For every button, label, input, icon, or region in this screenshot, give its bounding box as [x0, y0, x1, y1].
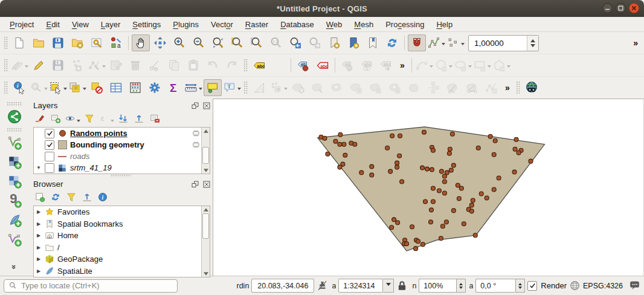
layer-visibility-checkbox[interactable] [45, 163, 54, 173]
vertex-tool-button[interactable] [88, 57, 106, 74]
open-project-button[interactable] [30, 34, 48, 51]
expand-icon[interactable]: ▶ [36, 256, 42, 262]
merge-features-button[interactable] [482, 79, 500, 96]
menu-mesh[interactable]: Mesh [348, 18, 379, 31]
expand-icon[interactable]: ▶ [36, 268, 42, 274]
close-button[interactable] [629, 3, 639, 13]
manage-map-themes-button[interactable] [65, 113, 80, 126]
layer-item[interactable]: Bounding geometry [34, 139, 210, 151]
minimize-button[interactable] [602, 3, 613, 13]
menu-view[interactable]: View [66, 18, 95, 31]
dropdown-caret-icon[interactable] [284, 88, 288, 92]
measure-button[interactable] [184, 79, 202, 96]
zoom-to-layer-button[interactable] [248, 34, 266, 51]
filter-legend-button[interactable] [83, 113, 96, 126]
pin-unpin-labels-button[interactable]: ab [294, 57, 312, 74]
memory-layer-indicator-icon[interactable] [191, 140, 201, 150]
render-checkbox[interactable]: Render [527, 281, 567, 291]
layer-item[interactable]: ▼srtm_41_19 [34, 162, 210, 173]
new-oracle-layer-button[interactable]: 9 [5, 192, 24, 209]
move-feature-button[interactable] [269, 79, 288, 96]
open-layer-styling-button[interactable] [33, 113, 47, 126]
browser-properties-button[interactable]: i [96, 192, 109, 205]
expand-icon[interactable]: ▶ [36, 233, 42, 238]
refresh-browser-button[interactable] [49, 192, 62, 205]
filter-by-expression-button[interactable]: ε [98, 113, 114, 126]
toolbar-handle[interactable] [516, 81, 520, 94]
browser-undock-button[interactable] [190, 180, 199, 188]
add-point-feature-button[interactable] [68, 57, 86, 74]
map-canvas[interactable] [213, 99, 644, 276]
expand-icon[interactable]: ▶ [36, 221, 42, 227]
rotation-spin-buttons[interactable] [515, 279, 525, 293]
remove-layer-button[interactable] [148, 113, 161, 126]
toolbar-overflow-button[interactable]: » [396, 60, 409, 70]
dropdown-caret-icon[interactable] [449, 65, 452, 70]
dropdown-caret-icon[interactable] [237, 88, 241, 92]
filter-browser-button[interactable] [65, 192, 78, 205]
menu-help[interactable]: Help [430, 18, 459, 31]
toggle-editing-button[interactable] [30, 57, 48, 74]
reshape-features-button[interactable] [405, 79, 423, 96]
expand-icon[interactable]: ▶ [36, 245, 42, 250]
crs-status[interactable]: EPSG:4326 [583, 282, 623, 290]
browser-close-button[interactable] [202, 180, 211, 188]
layout-manager-button[interactable] [68, 34, 86, 51]
browser-item-geopackage[interactable]: ▶GeoPackage [34, 253, 210, 265]
new-mssql-layer-button[interactable] [5, 173, 24, 190]
simplify-feature-button[interactable] [308, 79, 326, 96]
add-part-button[interactable] [347, 79, 365, 96]
locator-search-input[interactable]: Type to locate (Ctrl+K) [4, 279, 178, 293]
zoom-out-button[interactable] [190, 34, 208, 51]
scroll-up-icon[interactable] [202, 128, 210, 134]
delete-selected-button[interactable] [126, 57, 144, 74]
show-statistics-button[interactable]: Σ [165, 79, 183, 96]
menu-edit[interactable]: Edit [40, 18, 65, 31]
dropdown-caret-icon[interactable] [468, 65, 472, 70]
zoom-next-button[interactable] [306, 34, 324, 51]
coordinate-box[interactable]: 20.083,-34.046 [251, 279, 314, 293]
toolbar-handle[interactable] [4, 36, 8, 50]
snapping-tolerance-spin-buttons[interactable] [527, 36, 538, 51]
new-geopackage-layer-button[interactable] [5, 154, 24, 170]
dropdown-caret-icon[interactable] [461, 43, 465, 47]
dropdown-caret-icon[interactable] [430, 65, 433, 70]
paste-features-button[interactable] [184, 57, 202, 74]
zoom-to-selection-button[interactable] [228, 34, 246, 51]
collapse-all-button[interactable] [132, 113, 146, 126]
toolbar-overflow-button[interactable]: » [501, 83, 514, 92]
layer-item[interactable]: roads [34, 151, 210, 162]
dropdown-caret-icon[interactable] [442, 43, 445, 47]
layer-item[interactable]: Random points [34, 128, 210, 139]
toolbar-handle[interactable] [4, 59, 8, 72]
refresh-map-button[interactable] [383, 34, 401, 51]
deselect-features-button[interactable] [88, 79, 106, 96]
layer-diagram-options-button[interactable] [269, 57, 288, 74]
lock-scale-icon[interactable] [396, 280, 408, 291]
snapping-type-button[interactable] [446, 34, 465, 51]
dock-toolbar-handle[interactable] [7, 102, 22, 106]
scrollbar-thumb[interactable] [202, 147, 209, 164]
save-project-button[interactable] [49, 34, 67, 51]
add-circle-button[interactable] [434, 57, 452, 74]
offset-curve-button[interactable] [424, 79, 442, 96]
scroll-down-icon[interactable] [202, 167, 210, 173]
identify-features-button[interactable]: i [10, 79, 28, 96]
enable-snapping-button[interactable] [408, 34, 426, 51]
highlight-pinned-labels-button[interactable]: abc [314, 57, 332, 74]
open-data-source-manager-button[interactable] [5, 108, 24, 125]
dropdown-caret-icon[interactable] [199, 88, 202, 92]
toolbar-overflow-button[interactable]: » [629, 38, 642, 48]
bookmark-manager-button[interactable] [364, 34, 382, 51]
text-annotation-button[interactable]: T [223, 79, 241, 96]
browser-item-spatial-bookmarks[interactable]: ▶Spatial Bookmarks [34, 218, 210, 230]
add-circular-string-button[interactable] [415, 57, 433, 74]
scale-dropdown-button[interactable] [383, 279, 394, 293]
undo-button[interactable] [204, 57, 222, 74]
redo-button[interactable] [223, 57, 241, 74]
dropdown-caret-icon[interactable] [488, 65, 491, 70]
expand-all-button[interactable] [117, 113, 130, 126]
project-properties-button[interactable] [88, 34, 106, 51]
split-parts-button[interactable] [463, 79, 481, 96]
scale-combo[interactable]: 1:324314 [338, 279, 394, 293]
